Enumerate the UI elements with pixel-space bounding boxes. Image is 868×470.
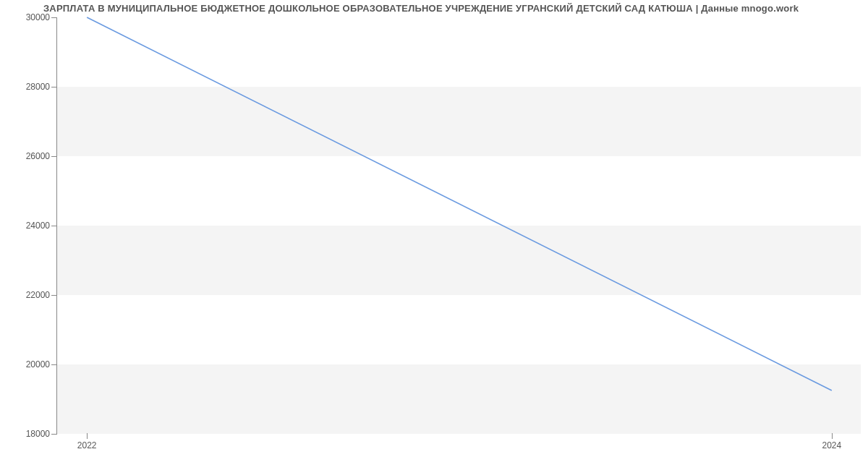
- y-tick-label: 18000: [26, 429, 57, 439]
- y-tick-label: 28000: [26, 82, 57, 92]
- y-tick-label: 20000: [26, 359, 57, 369]
- y-tick-label: 24000: [26, 221, 57, 231]
- y-tick-label: 30000: [26, 12, 57, 22]
- line-series: [57, 17, 861, 434]
- x-tick-label: 2024: [822, 433, 841, 450]
- x-tick-label: 2022: [77, 433, 97, 450]
- plot-area: 1800020000220002400026000280003000020222…: [56, 17, 861, 434]
- chart-title: ЗАРПЛАТА В МУНИЦИПАЛЬНОЕ БЮДЖЕТНОЕ ДОШКО…: [43, 3, 799, 14]
- y-tick-label: 22000: [26, 290, 57, 300]
- chart-container: ЗАРПЛАТА В МУНИЦИПАЛЬНОЕ БЮДЖЕТНОЕ ДОШКО…: [0, 0, 868, 470]
- series-line-path: [87, 17, 832, 390]
- y-tick-label: 26000: [26, 151, 57, 161]
